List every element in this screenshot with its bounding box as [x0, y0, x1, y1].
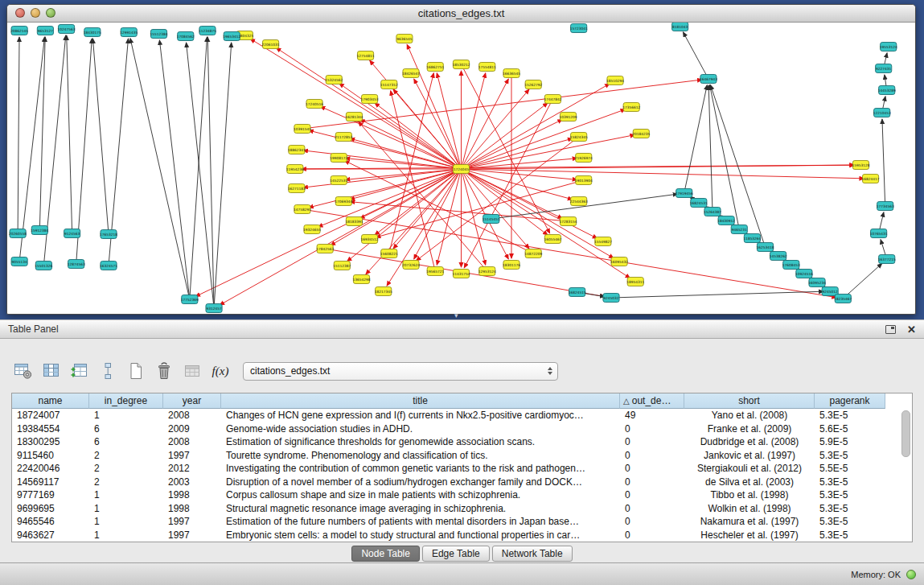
graph-node[interactable]: 9636545: [396, 35, 413, 43]
table-vertical-scrollbar[interactable]: [901, 410, 910, 457]
graph-node[interactable]: 10247563: [58, 25, 76, 34]
window-titlebar[interactable]: citations_edges.txt: [7, 5, 915, 23]
graph-node[interactable]: 16377215: [878, 255, 896, 264]
graph-node[interactable]: 18301176: [503, 261, 520, 270]
graph-node[interactable]: 22061031: [262, 40, 280, 49]
graph-node[interactable]: 15912384: [31, 226, 48, 235]
graph-node[interactable]: 16253418: [757, 243, 774, 252]
graph-node[interactable]: 9245032: [603, 294, 619, 303]
column-header-out-degree[interactable]: △ out_de…: [620, 393, 684, 409]
graph-node[interactable]: 18862341: [288, 146, 306, 154]
graph-node[interactable]: 17240516: [306, 100, 323, 109]
graph-node[interactable]: 18430912: [717, 216, 735, 225]
graph-node[interactable]: 18530212: [453, 60, 470, 69]
graph-edge[interactable]: [190, 37, 207, 299]
graph-node[interactable]: 17447842: [544, 95, 561, 104]
graph-node[interactable]: 8181043: [672, 23, 688, 31]
graph-node[interactable]: 17069344: [335, 197, 352, 206]
graph-node[interactable]: 16467943: [700, 75, 717, 84]
delete-columns-button[interactable]: [152, 360, 176, 382]
graph-node[interactable]: 17554811: [478, 63, 496, 72]
graph-node[interactable]: 15608221: [380, 249, 398, 258]
tab-node-table[interactable]: Node Table: [351, 546, 420, 562]
graph-node[interactable]: 9227431: [876, 64, 892, 73]
graph-edge[interactable]: [366, 169, 462, 274]
graph-node[interactable]: 14758291: [294, 205, 311, 214]
graph-node[interactable]: 16095234: [808, 278, 826, 287]
graph-node[interactable]: 16281344: [345, 113, 363, 122]
tab-edge-table[interactable]: Edge Table: [422, 546, 490, 562]
graph-node[interactable]: 18217345: [375, 287, 392, 296]
graph-node[interactable]: 15147312: [380, 80, 398, 89]
table-row[interactable]: 911546021997Tourette syndrome. Phenomeno…: [12, 449, 912, 463]
table-selector-dropdown[interactable]: citations_edges.txt: [243, 362, 558, 381]
graph-node[interactable]: 17608453: [782, 261, 800, 270]
graph-node[interactable]: 18183391: [345, 217, 363, 226]
graph-node[interactable]: 15145451: [483, 215, 500, 224]
graph-edge[interactable]: [67, 35, 72, 233]
graph-node[interactable]: 9055134: [11, 257, 27, 266]
graph-edge[interactable]: [345, 169, 461, 179]
table-row[interactable]: 1938455462009Genome-wide association stu…: [12, 422, 912, 436]
graph-edge[interactable]: [708, 85, 713, 212]
graph-node[interactable]: 17356612: [622, 103, 640, 112]
graph-node[interactable]: 15501326: [35, 262, 52, 270]
table-options-button[interactable]: [11, 360, 35, 382]
graph-node[interactable]: 20260558: [9, 229, 27, 238]
column-header-pagerank[interactable]: pagerank: [815, 393, 885, 409]
graph-node[interactable]: 15512384: [150, 30, 168, 39]
graph-edge[interactable]: [376, 180, 583, 237]
graph-node[interactable]: 14453289: [878, 86, 896, 95]
graph-edge[interactable]: [130, 39, 190, 299]
graph-edge[interactable]: [611, 291, 823, 298]
graph-node[interactable]: 17653218: [100, 230, 117, 239]
graph-node[interactable]: 11431754: [453, 270, 470, 278]
graph-edge[interactable]: [295, 165, 855, 169]
table-row[interactable]: 969969511998Structural magnetic resonanc…: [12, 502, 912, 516]
graph-node[interactable]: 15953128: [852, 161, 869, 170]
close-window-button[interactable]: [15, 8, 25, 18]
graph-node[interactable]: 20184235: [632, 130, 650, 138]
graph-edge[interactable]: [345, 159, 461, 169]
graph-edge[interactable]: [464, 99, 552, 268]
network-canvas[interactable]: 1724045185302121755481116636545152627921…: [7, 23, 915, 314]
graph-edge[interactable]: [159, 40, 189, 299]
graph-node[interactable]: 9465231: [731, 225, 747, 234]
row-tools-button[interactable]: [96, 360, 120, 382]
table-row[interactable]: 1872400712008Changes of HCN gene express…: [12, 409, 912, 422]
graph-node[interactable]: 18235467: [834, 295, 852, 303]
graph-node[interactable]: 17919456: [676, 189, 693, 198]
graph-edge[interactable]: [462, 64, 550, 233]
graph-node[interactable]: 17734563: [877, 202, 894, 211]
graph-node[interactable]: 9653127: [37, 27, 53, 35]
graph-node[interactable]: 22544363: [570, 197, 588, 206]
graph-edge[interactable]: [92, 39, 109, 234]
graph-node[interactable]: 16824531: [690, 199, 708, 208]
graph-edge[interactable]: [462, 109, 626, 169]
table-row[interactable]: 2242004622012Investigating the contribut…: [12, 462, 912, 476]
graph-node[interactable]: 18426547: [402, 69, 420, 78]
graph-node[interactable]: 10391545: [294, 125, 311, 134]
graph-node[interactable]: 11954236: [286, 165, 304, 174]
graph-node[interactable]: 10924516: [795, 270, 813, 278]
minimize-window-button[interactable]: [31, 8, 40, 18]
graph-node[interactable]: 17084562: [177, 32, 195, 41]
graph-node[interactable]: 9124563: [64, 229, 80, 238]
graph-edge[interactable]: [18, 37, 19, 233]
graph-node[interactable]: 16324571: [100, 262, 117, 270]
graph-edge[interactable]: [187, 43, 214, 308]
table-row[interactable]: 1456911722003Disruption of a novel membe…: [12, 476, 912, 489]
graph-node[interactable]: 12210453: [873, 109, 891, 117]
table-row[interactable]: 946362711997Embryonic stem cells: a mode…: [12, 529, 912, 542]
graph-edge[interactable]: [684, 32, 708, 79]
graph-node[interactable]: 12754811: [357, 51, 375, 60]
graph-edge[interactable]: [882, 119, 885, 206]
float-panel-button[interactable]: [885, 325, 896, 334]
tab-network-table[interactable]: Network Table: [492, 546, 573, 562]
table-row[interactable]: 977716911998Corpus callosum shape and si…: [12, 488, 912, 502]
graph-node[interactable]: 20862145: [10, 27, 28, 35]
graph-node[interactable]: 17903453: [361, 95, 379, 104]
graph-node[interactable]: 18510294: [606, 76, 624, 85]
panel-splitter-handle[interactable]: ▾: [454, 312, 458, 319]
graph-node[interactable]: 20732624: [402, 261, 420, 270]
